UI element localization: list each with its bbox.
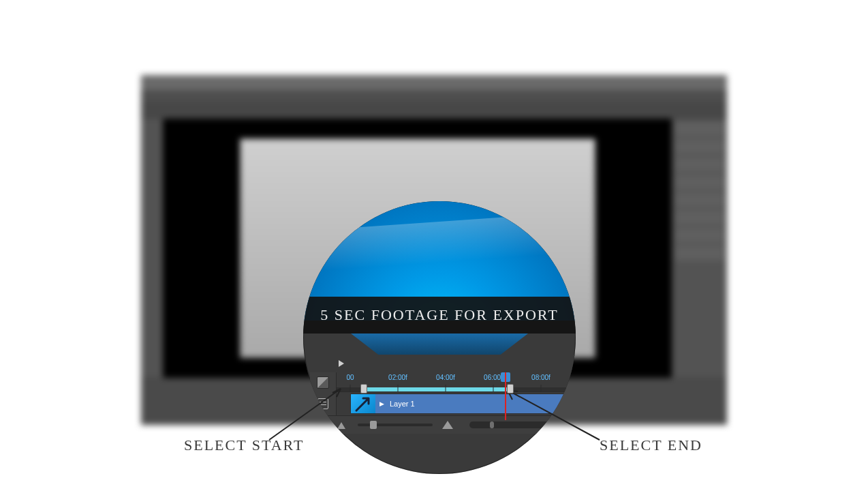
work-area-end-handle[interactable] [507,384,514,394]
work-area-start-handle[interactable] [360,384,367,394]
zoom-slider-knob[interactable] [370,421,377,429]
work-area-range[interactable] [364,387,510,391]
right-panels [672,119,727,378]
annotation-select-end: Select End [600,436,702,454]
timeline-scrollbar-thumb[interactable] [490,421,494,428]
current-time-line [505,372,506,420]
clip-expand-icon[interactable]: ▶ [379,400,384,407]
timeline-playback-controls [310,355,576,372]
zoom-in-icon[interactable] [442,421,453,429]
ruler-tick: 08:00f [531,374,551,381]
window-menubar [141,90,727,102]
leader-line-end [497,382,606,443]
window-optionsbar [141,102,727,119]
zoom-slider[interactable] [358,424,433,426]
callout-banner: 5 sec footage for export [303,297,576,334]
play-icon[interactable] [339,360,344,367]
callout-banner-text: 5 sec footage for export [320,306,558,324]
leader-line-start [266,382,361,443]
tools-panel [141,119,163,378]
window-titlebar [141,75,727,90]
ruler-tick: 00 [346,374,354,381]
clip-label: Layer 1 [390,400,415,408]
ruler-tick: 04:00f [436,374,455,381]
ruler-tick: 06:00f [484,374,503,381]
ruler-tick: 02:00f [388,374,407,381]
